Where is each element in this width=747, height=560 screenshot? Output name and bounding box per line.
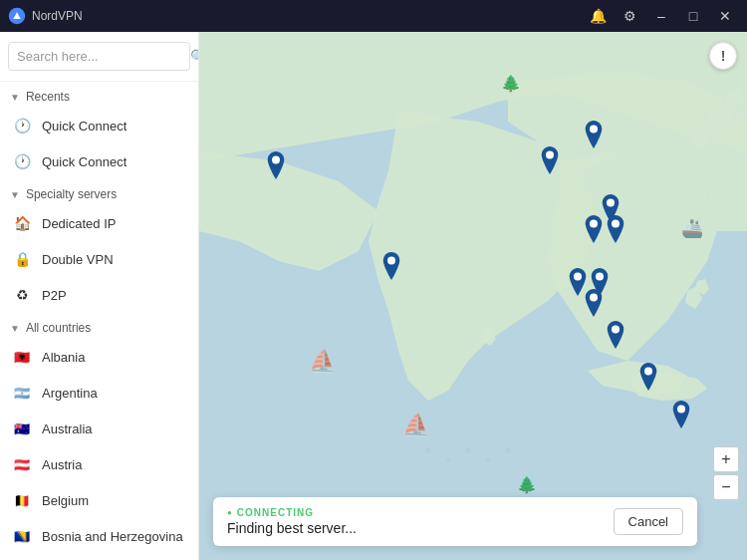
svg-point-6: [505, 447, 511, 453]
clock-icon-2: 🕐: [12, 151, 32, 171]
search-icon: 🔍: [190, 49, 199, 64]
maximize-button[interactable]: □: [679, 2, 707, 30]
svg-point-19: [677, 405, 685, 413]
albania-label: Albania: [42, 350, 85, 365]
svg-point-10: [590, 125, 598, 133]
bosnia-label: Bosnia and Herzegovina: [42, 529, 183, 544]
svg-point-16: [590, 294, 598, 302]
vpn-pin-3[interactable]: [539, 146, 561, 174]
info-icon: !: [721, 48, 726, 64]
country-austria[interactable]: 🇦🇹 Austria: [0, 446, 198, 482]
australia-label: Australia: [42, 421, 93, 436]
country-belgium[interactable]: 🇧🇪 Belgium: [0, 482, 198, 518]
sidebar-list: ▼ Recents 🕐 Quick Connect 🕐 Quick Connec…: [0, 82, 198, 560]
map-area: ⛵ ⛵ 🌲 🌲 🚢 ! CONNECTING Finding best serv…: [199, 32, 747, 560]
search-input[interactable]: [17, 49, 184, 64]
vpn-pin-7[interactable]: [605, 215, 626, 243]
ship: 🚢: [681, 217, 703, 239]
flag-austria: 🇦🇹: [12, 454, 32, 474]
map-background: [199, 32, 747, 560]
vpn-pin-6[interactable]: [583, 215, 605, 243]
title-bar-left: NordVPN: [8, 7, 83, 25]
vpn-pin-12[interactable]: [637, 363, 659, 391]
double-vpn[interactable]: 🔒 Double VPN: [0, 241, 198, 277]
settings-icon[interactable]: ⚙: [616, 2, 643, 30]
tree-2: 🌲: [517, 475, 537, 494]
svg-point-8: [387, 257, 395, 265]
svg-point-3: [446, 458, 450, 462]
svg-point-2: [425, 447, 431, 453]
sailboat-1: ⛵: [309, 349, 336, 375]
country-australia[interactable]: 🇦🇺 Australia: [0, 411, 198, 446]
connecting-label: CONNECTING: [227, 507, 357, 518]
svg-point-15: [596, 273, 604, 281]
recents-chevron: ▼: [10, 92, 20, 103]
sidebar: 🔍 ▼ Recents 🕐 Quick Connect 🕐 Quick Conn…: [0, 32, 199, 560]
specialty-section[interactable]: ▼ Specialty servers: [0, 179, 198, 205]
recents-section[interactable]: ▼ Recents: [0, 82, 198, 108]
argentina-label: Argentina: [42, 386, 98, 401]
country-bosnia[interactable]: 🇧🇦 Bosnia and Herzegovina: [0, 518, 198, 554]
p2p-label: P2P: [42, 288, 67, 303]
vpn-pin-13[interactable]: [670, 401, 692, 428]
flag-bosnia: 🇧🇦: [12, 526, 32, 546]
info-button[interactable]: !: [709, 42, 737, 70]
search-box: 🔍: [8, 42, 190, 71]
flag-belgium: 🇧🇪: [12, 490, 32, 510]
quick-connect-1-label: Quick Connect: [42, 119, 126, 134]
minimize-button[interactable]: –: [647, 2, 675, 30]
quick-connect-2-label: Quick Connect: [42, 154, 126, 169]
app-container: 🔍 ▼ Recents 🕐 Quick Connect 🕐 Quick Conn…: [0, 32, 747, 560]
double-vpn-icon: 🔒: [12, 249, 32, 269]
zoom-in-button[interactable]: +: [713, 446, 739, 472]
connecting-text-group: CONNECTING Finding best server...: [227, 507, 357, 536]
app-logo: [8, 7, 26, 25]
dedicated-ip[interactable]: 🏠 Dedicated IP: [0, 205, 198, 241]
close-button[interactable]: ✕: [711, 2, 739, 30]
svg-point-18: [644, 368, 652, 376]
connecting-status: Finding best server...: [227, 520, 357, 536]
belgium-label: Belgium: [42, 493, 89, 508]
svg-point-9: [546, 151, 554, 159]
title-bar-controls: 🔔 ⚙ – □ ✕: [584, 2, 739, 30]
quick-connect-2[interactable]: 🕐 Quick Connect: [0, 143, 198, 179]
app-title: NordVPN: [32, 9, 83, 23]
vpn-pin-11[interactable]: [605, 321, 626, 349]
austria-label: Austria: [42, 457, 82, 472]
search-container: 🔍: [0, 32, 198, 82]
double-vpn-label: Double VPN: [42, 252, 114, 267]
notification-icon[interactable]: 🔔: [584, 2, 612, 30]
specialty-chevron: ▼: [10, 189, 20, 200]
svg-point-11: [607, 198, 615, 206]
dedicated-ip-icon: 🏠: [12, 213, 32, 233]
svg-point-4: [465, 447, 471, 453]
zoom-out-button[interactable]: −: [713, 474, 739, 500]
vpn-pin-2[interactable]: [380, 252, 402, 280]
countries-chevron: ▼: [10, 323, 20, 334]
recents-label: Recents: [26, 90, 70, 104]
vpn-pin-1[interactable]: [265, 151, 287, 179]
specialty-label: Specialty servers: [26, 187, 117, 201]
country-brazil[interactable]: 🇧🇷 Brazil: [0, 554, 198, 560]
sailboat-2: ⛵: [402, 413, 429, 438]
countries-section[interactable]: ▼ All countries: [0, 313, 198, 339]
svg-point-12: [590, 220, 598, 228]
title-bar: NordVPN 🔔 ⚙ – □ ✕: [0, 0, 747, 32]
quick-connect-1[interactable]: 🕐 Quick Connect: [0, 108, 198, 143]
p2p-icon: ♻: [12, 285, 32, 305]
cancel-button[interactable]: Cancel: [614, 508, 683, 535]
svg-point-7: [272, 156, 280, 164]
vpn-pin-4[interactable]: [583, 121, 605, 148]
country-argentina[interactable]: 🇦🇷 Argentina: [0, 375, 198, 411]
countries-label: All countries: [26, 321, 91, 335]
dedicated-ip-label: Dedicated IP: [42, 216, 116, 231]
svg-point-5: [486, 458, 490, 462]
svg-point-14: [574, 273, 582, 281]
vpn-pin-10[interactable]: [583, 289, 605, 317]
clock-icon-1: 🕐: [12, 116, 32, 136]
svg-point-17: [612, 326, 620, 334]
p2p[interactable]: ♻ P2P: [0, 277, 198, 313]
tree-1: 🌲: [501, 74, 521, 93]
flag-argentina: 🇦🇷: [12, 383, 32, 403]
country-albania[interactable]: 🇦🇱 Albania: [0, 339, 198, 375]
